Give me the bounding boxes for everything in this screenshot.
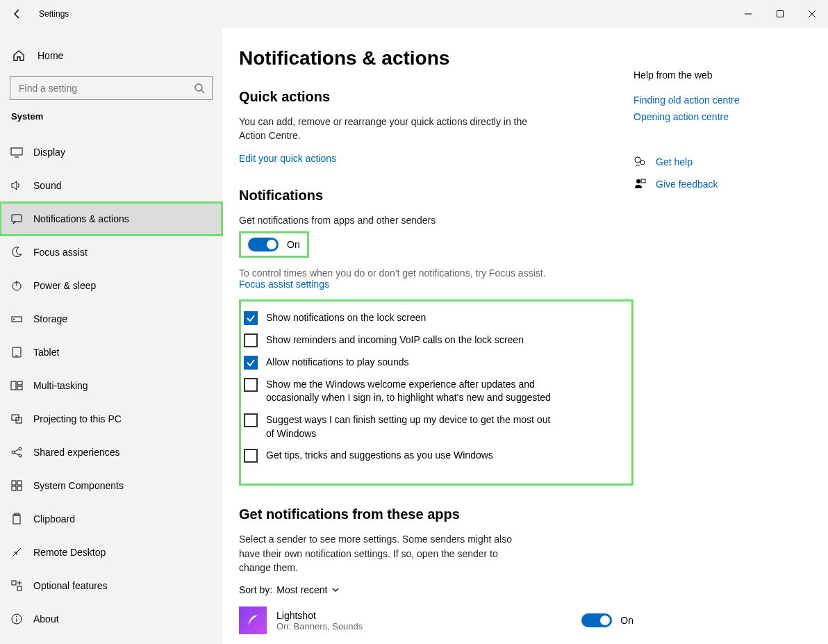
focus-assist-hint: To control times when you do or don't ge… — [239, 267, 634, 279]
svg-rect-24 — [17, 486, 22, 490]
svg-point-35 — [640, 160, 645, 165]
project-icon — [10, 412, 24, 426]
sidebar-item-optional-features[interactable]: Optional features — [0, 569, 222, 602]
svg-rect-37 — [641, 179, 645, 183]
arrow-left-icon — [12, 8, 23, 19]
notification-option-2[interactable]: Allow notifications to play sounds — [244, 356, 619, 370]
help-column: Help from the web Finding old action cen… — [634, 42, 814, 644]
window-title: Settings — [39, 9, 69, 19]
sidebar-item-clipboard[interactable]: Clipboard — [0, 502, 222, 536]
apps-desc: Select a sender to see more settings. So… — [239, 532, 531, 575]
notification-option-5[interactable]: Get tips, tricks and suggestions as you … — [244, 449, 619, 463]
notifications-toggle[interactable] — [248, 238, 279, 251]
sidebar-item-system-components[interactable]: System Components — [0, 469, 222, 502]
sidebar-item-label: Sound — [33, 180, 61, 191]
checkbox-label: Get tips, tricks and suggestions as you … — [266, 449, 493, 463]
svg-point-10 — [13, 319, 15, 320]
sidebar-item-notifications[interactable]: Notifications & actions — [0, 202, 222, 236]
notification-option-0[interactable]: Show notifications on the lock screen — [244, 311, 619, 325]
svg-point-20 — [19, 454, 22, 457]
notification-option-4[interactable]: Suggest ways I can finish setting up my … — [244, 413, 619, 440]
sidebar-item-shared-exp[interactable]: Shared experiences — [0, 436, 222, 469]
focus-assist-settings-link[interactable]: Focus assist settings — [239, 279, 329, 290]
svg-point-19 — [19, 447, 22, 450]
title-bar: Settings — [0, 0, 828, 28]
notifications-master-toggle-row: On — [239, 231, 309, 258]
svg-rect-27 — [12, 581, 16, 585]
app-toggle[interactable] — [581, 613, 612, 627]
notifications-icon — [10, 212, 24, 226]
sidebar-item-projecting[interactable]: Projecting to this PC — [0, 402, 222, 436]
sidebar-item-display[interactable]: Display — [0, 135, 222, 169]
tablet-icon — [10, 345, 24, 359]
checkbox[interactable] — [244, 311, 258, 325]
remote-icon — [10, 545, 24, 559]
give-feedback-link[interactable]: Give feedback — [634, 178, 814, 190]
app-toggle-state: On — [620, 615, 634, 626]
notifications-toggle-state: On — [287, 239, 300, 250]
multitask-icon — [10, 379, 24, 393]
sidebar-item-tablet[interactable]: Tablet — [0, 336, 222, 369]
sidebar-item-label: Projecting to this PC — [33, 413, 122, 424]
quick-actions-heading: Quick actions — [239, 89, 634, 105]
svg-point-36 — [636, 179, 640, 183]
sidebar-item-remote-desktop[interactable]: Remote Desktop — [0, 536, 222, 569]
sidebar-item-sound[interactable]: Sound — [0, 169, 222, 202]
edit-quick-actions-link[interactable]: Edit your quick actions — [239, 153, 336, 164]
checkbox[interactable] — [244, 333, 258, 347]
checkbox[interactable] — [244, 356, 258, 370]
svg-rect-22 — [17, 481, 22, 485]
sort-prefix: Sort by: — [239, 584, 272, 595]
notification-option-3[interactable]: Show me the Windows welcome experience a… — [244, 378, 619, 405]
help-link-open-action-centre[interactable]: Opening action centre — [634, 111, 814, 122]
checkbox-label: Suggest ways I can finish setting up my … — [266, 413, 558, 440]
help-link-old-action-centre[interactable]: Finding old action centre — [634, 94, 814, 106]
sort-value: Most recent — [276, 584, 327, 595]
app-sub: On: Banners, Sounds — [276, 621, 433, 631]
minimize-button[interactable] — [732, 0, 764, 28]
sidebar-home[interactable]: Home — [0, 42, 222, 69]
checkbox-label: Show me the Windows welcome experience a… — [266, 378, 558, 405]
svg-rect-4 — [11, 148, 22, 155]
help-heading: Help from the web — [634, 69, 814, 81]
components-icon — [10, 479, 24, 493]
back-button[interactable] — [0, 0, 35, 28]
sidebar-item-label: Storage — [33, 313, 67, 324]
chevron-down-icon — [331, 586, 340, 594]
sidebar-item-focus-assist[interactable]: Focus assist — [0, 236, 222, 269]
storage-icon — [10, 312, 24, 326]
search-field[interactable] — [17, 82, 194, 94]
give-feedback-label: Give feedback — [656, 179, 718, 190]
notifications-heading: Notifications — [239, 188, 634, 204]
close-button[interactable] — [796, 0, 828, 28]
sidebar-item-power-sleep[interactable]: Power & sleep — [0, 269, 222, 302]
sidebar-item-multitasking[interactable]: Multi-tasking — [0, 369, 222, 402]
maximize-button[interactable] — [764, 0, 796, 28]
svg-rect-28 — [17, 586, 22, 591]
info-icon — [10, 612, 24, 626]
sidebar-item-label: Display — [33, 147, 65, 158]
close-icon — [808, 10, 816, 18]
search-input[interactable] — [10, 76, 213, 100]
power-icon — [10, 279, 24, 292]
checkbox[interactable] — [244, 378, 258, 392]
app-sender-row[interactable]: Lightshot On: Banners, Sounds On — [239, 606, 634, 634]
checkbox[interactable] — [244, 413, 258, 427]
app-icon-lightshot — [239, 606, 267, 634]
sidebar-group-system: System — [0, 111, 222, 122]
sidebar-item-label: Focus assist — [33, 247, 88, 258]
app-info: Lightshot On: Banners, Sounds — [276, 610, 433, 631]
app-name: Lightshot — [276, 610, 433, 621]
content-column: Notifications & actions Quick actions Yo… — [239, 42, 634, 644]
optional-icon — [10, 579, 24, 593]
sidebar-item-storage[interactable]: Storage — [0, 302, 222, 336]
svg-point-33 — [16, 616, 17, 618]
sidebar-home-label: Home — [38, 50, 63, 61]
sidebar-item-label: System Components — [33, 480, 124, 491]
get-help-link[interactable]: Get help — [634, 156, 814, 168]
apps-heading: Get notifications from these apps — [239, 506, 634, 522]
sidebar-item-about[interactable]: About — [0, 602, 222, 636]
sort-by-dropdown[interactable]: Sort by: Most recent — [239, 584, 634, 595]
checkbox[interactable] — [244, 449, 258, 463]
notification-option-1[interactable]: Show reminders and incoming VoIP calls o… — [244, 333, 619, 347]
